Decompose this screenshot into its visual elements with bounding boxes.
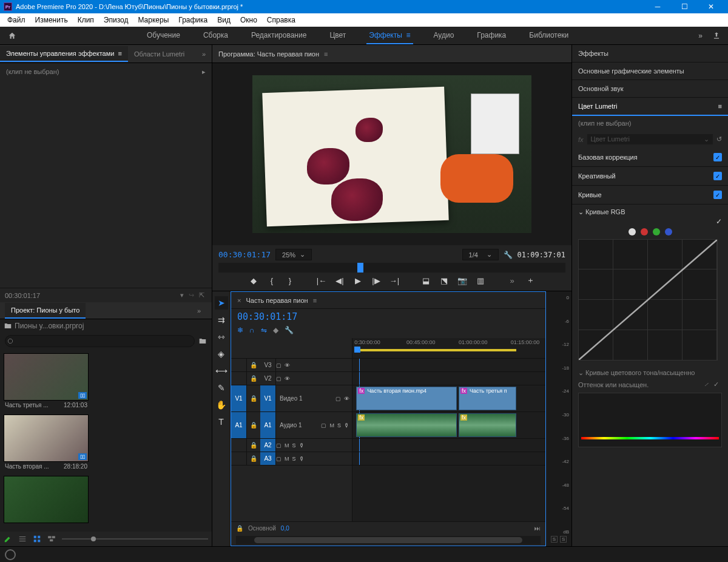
lock-icon[interactable]: 🔒 (247, 362, 260, 368)
timeline-tracks[interactable]: 0:30:00:00 00:45:00:00 01:00:00:00 01:15… (352, 338, 545, 521)
sequence-name[interactable]: Часть перавая пион (246, 297, 308, 304)
in-point-button[interactable]: { (266, 275, 277, 286)
workspace-graphics[interactable]: Графика (474, 27, 508, 44)
workspace-audio[interactable]: Аудио (431, 27, 457, 44)
zoom-dropdown[interactable]: 25%⌄ (275, 249, 312, 260)
skip-icon[interactable]: ⏭ (534, 525, 541, 532)
menu-markers[interactable]: Маркеры (133, 15, 174, 25)
freeform-view-icon[interactable] (47, 535, 56, 543)
button-editor[interactable]: ＋ (525, 275, 536, 286)
linked-selection-icon[interactable]: ⇋ (261, 326, 267, 334)
track-target-a3[interactable]: A3 (260, 452, 276, 465)
close-button[interactable]: ✕ (698, 0, 724, 13)
src-patch-a1[interactable]: A1 (231, 412, 247, 438)
bin-item[interactable] (4, 476, 208, 523)
panel-overflow[interactable]: » (196, 50, 212, 58)
workspace-color[interactable]: Цвет (327, 27, 348, 44)
rgb-curve-editor[interactable] (578, 239, 718, 361)
eye-icon[interactable]: 👁 (285, 362, 290, 368)
project-breadcrumb[interactable]: Пионы у...овки.prproj (0, 319, 212, 333)
tab-lumetri-color[interactable]: Цвет Lumetri≡ (572, 98, 728, 116)
clip-thumbnail[interactable]: ▯▯ (4, 415, 89, 462)
video-clip[interactable]: fxЧасть вторая пион.mp4 (356, 387, 456, 410)
track-target-a2[interactable]: A2 (260, 439, 276, 452)
settings-icon[interactable]: 🔧 (504, 251, 513, 259)
audio-clip[interactable]: fx (356, 413, 456, 437)
playhead-icon[interactable] (357, 263, 363, 273)
solo-right[interactable]: S (560, 536, 567, 543)
master-gain[interactable]: 0,0 (281, 525, 289, 532)
menu-sequence[interactable]: Эпизод (99, 15, 133, 25)
program-scrubber[interactable] (218, 263, 565, 273)
program-timecode[interactable]: 00:30:01:17 (218, 250, 271, 259)
menu-clip[interactable]: Клип (73, 15, 99, 25)
razor-tool[interactable]: ◈ (215, 347, 228, 361)
home-button[interactable] (0, 32, 24, 40)
bin-item[interactable]: ▯▯ Часть вторая ...28:18:20 (4, 415, 208, 471)
menu-help[interactable]: Справка (262, 15, 300, 25)
export-icon[interactable] (712, 32, 721, 40)
panel-menu-icon[interactable]: ≡ (324, 50, 328, 58)
zoom-slider[interactable] (62, 538, 208, 540)
track-select-tool[interactable]: ⇉ (215, 313, 228, 327)
toggle-output-icon[interactable]: ▢ (276, 376, 281, 382)
export-frame-button[interactable]: 📷 (457, 275, 468, 286)
toggle-output-icon[interactable]: ▢ (276, 362, 281, 368)
filter-icon[interactable]: ▾ (180, 291, 184, 299)
workspace-libraries[interactable]: Библиотеки (527, 27, 571, 44)
out-point-button[interactable]: } (285, 275, 295, 286)
curve-blue-dot[interactable] (665, 228, 672, 235)
folder-search-icon[interactable] (198, 337, 207, 345)
track-target-v2[interactable]: V2 (260, 372, 276, 385)
timeline-ruler[interactable]: 0:30:00:00 00:45:00:00 01:00:00:00 01:15… (352, 338, 545, 359)
tab-effect-controls[interactable]: Элементы управления эффектами ≡ (0, 46, 128, 62)
section-basic-correction[interactable]: Базовая коррекция✓ (572, 148, 728, 167)
menu-window[interactable]: Окно (235, 15, 262, 25)
program-monitor[interactable] (212, 63, 571, 245)
slip-tool[interactable]: ⟷ (215, 364, 228, 377)
mark-in-button[interactable]: ◆ (248, 275, 259, 286)
tab-essential-graphics[interactable]: Основные графические элементы (572, 63, 728, 80)
video-clip[interactable]: fxЧасть третья п (459, 387, 516, 410)
curve-red-dot[interactable] (641, 228, 648, 235)
comparison-button[interactable]: ▥ (475, 275, 486, 286)
go-to-in-button[interactable]: |← (316, 275, 327, 286)
type-tool[interactable]: T (215, 415, 228, 428)
pen-tool[interactable]: ✎ (215, 381, 228, 394)
checkbox-icon[interactable]: ✓ (713, 381, 722, 389)
resolution-dropdown[interactable]: 1/4⌄ (462, 249, 499, 260)
solo-left[interactable]: S (551, 536, 558, 543)
maximize-button[interactable]: ☐ (671, 0, 698, 13)
workspace-learning[interactable]: Обучение (144, 27, 183, 44)
menu-edit[interactable]: Изменить (30, 15, 73, 25)
mic-icon[interactable]: 🎙 (344, 422, 349, 428)
close-seq-icon[interactable]: × (237, 297, 241, 304)
creative-cloud-icon[interactable] (5, 549, 16, 560)
tab-effects-panel[interactable]: Эффекты (572, 45, 728, 63)
workspace-assembly[interactable]: Сборка (201, 27, 231, 44)
section-creative[interactable]: Креативный✓ (572, 167, 728, 186)
pen-icon[interactable] (4, 535, 12, 543)
hue-sat-editor[interactable] (578, 393, 722, 447)
menu-file[interactable]: Файл (2, 15, 30, 25)
bin-item[interactable]: ▯▯ Часть третья ...12:01:03 (4, 353, 208, 410)
extract-button[interactable]: ⬔ (439, 275, 450, 286)
playhead-icon[interactable] (354, 347, 360, 353)
lock-icon[interactable]: 🔒 (247, 375, 260, 382)
timeline-timecode[interactable]: 00:30:01:17 (237, 311, 297, 322)
step-back-button[interactable]: ◀| (334, 275, 345, 286)
reset-icon[interactable]: ↺ (716, 135, 722, 143)
snap-icon[interactable]: ❄ (237, 326, 243, 334)
section-curves[interactable]: Кривые✓ (572, 186, 728, 205)
workspace-overflow[interactable]: » (698, 32, 703, 40)
lock-icon[interactable]: 🔒 (247, 442, 260, 449)
clip-thumbnail[interactable] (4, 476, 89, 523)
panel-menu-icon[interactable]: ≡ (313, 297, 317, 304)
list-view-icon[interactable] (18, 535, 27, 543)
tab-lumetri-scopes[interactable]: Области Lumetri (128, 47, 190, 61)
track-target-a1[interactable]: A1 (260, 412, 276, 438)
tab-project[interactable]: Проект: Пионы у быто (5, 303, 86, 319)
mic-icon[interactable]: 🎙 (299, 456, 305, 462)
selection-tool[interactable]: ➤ (215, 296, 228, 310)
toggle-output-icon[interactable]: ▢ (335, 396, 341, 402)
